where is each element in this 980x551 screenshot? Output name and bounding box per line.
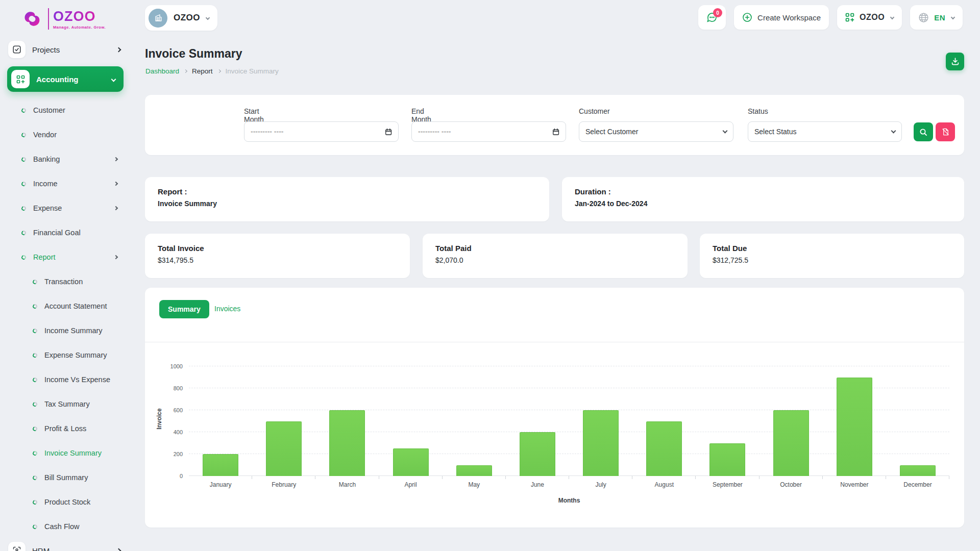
sidebar-item-account-statement[interactable]: Account Statement — [0, 294, 131, 318]
sidebar-item-customer[interactable]: Customer — [0, 98, 131, 122]
apply-filter-button[interactable] — [914, 122, 933, 141]
chevron-down-icon — [890, 15, 894, 19]
sidebar-item-income-summary[interactable]: Income Summary — [0, 318, 131, 343]
total-due-value: $312,725.5 — [713, 256, 748, 264]
bar-slot-march — [315, 366, 379, 476]
workspace-selector[interactable]: OZOO — [145, 5, 217, 31]
bar-october[interactable] — [773, 410, 809, 476]
breadcrumb-item-invoice-summary: Invoice Summary — [226, 67, 279, 75]
bar-slot-july — [569, 366, 632, 476]
bullet-icon — [32, 352, 38, 358]
sidebar-item-transaction[interactable]: Transaction — [0, 269, 131, 294]
bar-february[interactable] — [266, 421, 302, 477]
end-month-field[interactable] — [418, 128, 552, 136]
sidebar-item-banking[interactable]: Banking — [0, 147, 131, 171]
bullet-icon — [32, 523, 38, 530]
status-select[interactable]: Select Status — [748, 121, 902, 142]
sidebar-item-label: Profit & Loss — [44, 424, 86, 433]
breadcrumb-item-dashboard[interactable]: Dashboard — [145, 67, 179, 75]
bar-april[interactable] — [393, 448, 429, 476]
messages-button[interactable]: 0 — [698, 5, 726, 30]
total-due-card: Total Due $312,725.5 — [700, 234, 964, 278]
x-tick-label: February — [252, 481, 315, 488]
create-workspace-button[interactable]: Create Workspace — [734, 5, 829, 30]
workspace-menu[interactable]: OZOO — [837, 5, 902, 30]
sidebar-item-label: Income Vs Expense — [44, 375, 110, 384]
chevron-down-icon — [951, 15, 955, 19]
report-card-label: Report : — [158, 187, 187, 196]
sidebar-item-bill-summary[interactable]: Bill Summary — [0, 465, 131, 490]
bullet-icon — [32, 499, 38, 505]
start-month-field[interactable] — [251, 128, 385, 136]
header-actions: 0 Create Workspace OZOO EN — [698, 5, 963, 30]
x-tick-label: January — [189, 481, 252, 488]
sidebar-item-label: Product Stock — [44, 498, 90, 506]
bar-march[interactable] — [329, 410, 365, 476]
bar-slot-june — [506, 366, 569, 476]
bullet-icon — [32, 401, 38, 407]
sidebar-item-product-stock[interactable]: Product Stock — [0, 490, 131, 514]
tab-invoices[interactable]: Invoices — [214, 305, 240, 313]
bar-slot-october — [760, 366, 823, 476]
sidebar-item-projects[interactable]: Projects — [0, 38, 131, 61]
sidebar-item-vendor[interactable]: Vendor — [0, 122, 131, 147]
sidebar-item-report[interactable]: Report — [0, 245, 131, 269]
sidebar-item-label: Expense — [33, 204, 62, 212]
search-icon — [919, 128, 927, 136]
sidebar-item-invoice-summary[interactable]: Invoice Summary — [0, 441, 131, 465]
hrm-user-icon — [8, 542, 26, 551]
customer-select[interactable]: Select Customer — [579, 121, 733, 142]
sidebar-item-label: Cash Flow — [44, 522, 80, 531]
total-invoice-value: $314,795.5 — [158, 256, 193, 264]
sidebar-item-income[interactable]: Income — [0, 171, 131, 196]
chevron-right-icon — [114, 255, 118, 259]
bullet-icon — [21, 230, 27, 236]
bar-may[interactable] — [456, 465, 492, 477]
sidebar-item-expense-summary[interactable]: Expense Summary — [0, 343, 131, 367]
bar-december[interactable] — [900, 465, 936, 477]
clear-filter-button[interactable] — [936, 122, 955, 141]
total-paid-label: Total Paid — [435, 244, 472, 253]
globe-icon — [918, 12, 929, 23]
chevron-down-icon — [891, 129, 896, 134]
bar-slot-december — [886, 366, 949, 476]
chevron-right-icon — [116, 548, 121, 551]
download-button[interactable] — [946, 53, 964, 70]
bar-july[interactable] — [583, 410, 619, 476]
sidebar-item-hrm[interactable]: HRM — [0, 539, 131, 551]
sidebar-item-income-vs-expense[interactable]: Income Vs Expense — [0, 367, 131, 392]
bar-january[interactable] — [203, 454, 238, 476]
sidebar-item-label: Expense Summary — [44, 351, 107, 359]
bullet-icon — [21, 181, 27, 187]
bar-november[interactable] — [837, 378, 872, 477]
bar-june[interactable] — [520, 432, 555, 476]
duration-card-label: Duration : — [575, 187, 611, 196]
download-icon — [951, 57, 960, 66]
x-tick-label: September — [696, 481, 759, 488]
bar-september[interactable] — [709, 443, 745, 477]
sidebar-item-cash-flow[interactable]: Cash Flow — [0, 514, 131, 539]
sidebar-item-label: Account Statement — [44, 302, 107, 310]
customer-select-value: Select Customer — [585, 128, 638, 136]
sidebar-item-label: Financial Goal — [33, 229, 81, 237]
bar-slot-april — [379, 366, 443, 476]
breadcrumb-item-report[interactable]: Report — [192, 67, 213, 75]
sidebar-item-expense[interactable]: Expense — [0, 196, 131, 220]
bar-august[interactable] — [646, 421, 682, 477]
chart-y-axis-title: Invoice — [156, 393, 163, 444]
tab-summary[interactable]: Summary — [159, 300, 209, 318]
y-tick-label: 200 — [152, 451, 183, 457]
chart-x-axis-title: Months — [189, 497, 949, 504]
sidebar-item-profit-loss[interactable]: Profit & Loss — [0, 416, 131, 441]
sidebar-item-financial-goal[interactable]: Financial Goal — [0, 220, 131, 245]
tab-divider — [145, 342, 964, 342]
sidebar-item-accounting[interactable]: Accounting — [7, 66, 124, 92]
sidebar-item-label: Invoice Summary — [44, 449, 102, 457]
sidebar-item-tax-summary[interactable]: Tax Summary — [0, 392, 131, 416]
sidebar-item-label: Income — [33, 180, 58, 188]
language-selector[interactable]: EN — [910, 5, 963, 30]
end-month-input[interactable] — [411, 121, 566, 142]
sidebar-item-label: Bill Summary — [44, 473, 88, 482]
chart-x-ticks: JanuaryFebruaryMarchAprilMayJuneJulyAugu… — [189, 481, 949, 488]
start-month-input[interactable] — [244, 121, 399, 142]
